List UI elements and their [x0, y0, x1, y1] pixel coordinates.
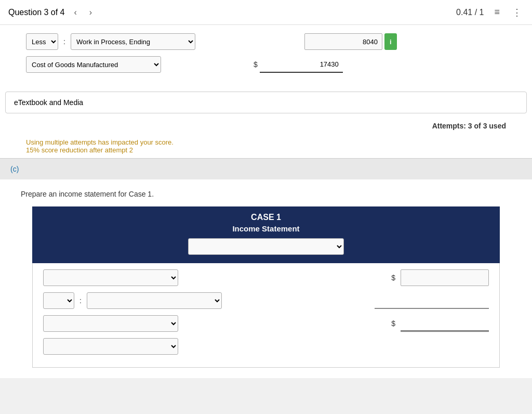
case-row-2: :	[43, 292, 489, 309]
case-header-select[interactable]	[188, 238, 344, 255]
wip-ending-select[interactable]: Work in Process, Ending	[71, 33, 195, 50]
top-bar-left: Question 3 of 4 ‹ ›	[8, 6, 95, 19]
case-row2-select-prefix[interactable]	[43, 292, 74, 309]
case-row2-select-main[interactable]	[87, 292, 222, 309]
score-label: 0.41 / 1	[456, 8, 484, 17]
section-c-body: Prepare an income statement for Case 1. …	[0, 179, 532, 378]
etextbook-section: eTextbook and Media	[5, 92, 527, 113]
less-select[interactable]: Less	[26, 33, 58, 50]
etextbook-label: eTextbook and Media	[14, 98, 83, 107]
income-statement-title: Income Statement	[41, 224, 491, 233]
cogm-value-section: $	[254, 56, 343, 73]
dollar-sign-row3: $	[391, 319, 395, 328]
case-row-3: $	[43, 315, 489, 332]
nav-prev-button[interactable]: ‹	[71, 6, 80, 19]
attempts-label: Attempts: 3 of 3 used	[432, 122, 506, 130]
prepare-text: Prepare an income statement for Case 1.	[21, 190, 511, 198]
list-icon-button[interactable]: ≡	[492, 5, 502, 20]
colon-1: :	[63, 37, 65, 46]
dollar-sign-row1: $	[391, 274, 395, 282]
case-row2-input[interactable]	[375, 292, 489, 309]
cogm-select[interactable]: Cost of Goods Manufactured	[26, 56, 161, 73]
case-header-select-row	[41, 238, 491, 255]
colon-row2: :	[79, 296, 82, 305]
warning-line1: Using multiple attempts has impacted you…	[26, 138, 506, 146]
more-icon-button[interactable]: ⋮	[510, 5, 524, 20]
case-table-wrapper: CASE 1 Income Statement $	[32, 206, 500, 368]
info-badge[interactable]: i	[384, 33, 397, 50]
section-c-header: (c)	[0, 158, 532, 179]
cogm-input[interactable]	[260, 56, 343, 73]
row-cost-of-goods: Cost of Goods Manufactured $	[26, 56, 506, 73]
case-row-1: $	[43, 269, 489, 286]
question-label: Question 3 of 4	[8, 8, 65, 17]
case-row1-input[interactable]	[401, 269, 489, 286]
wip-ending-input[interactable]	[304, 33, 382, 50]
main-content: Less : Work in Process, Ending i Cost of…	[0, 25, 532, 378]
top-bar-right: 0.41 / 1 ≡ ⋮	[456, 5, 524, 20]
dollar-sign-1: $	[254, 60, 258, 69]
case-header: CASE 1 Income Statement	[32, 206, 500, 263]
wip-ending-value-section: i	[304, 33, 397, 50]
case-row3-input[interactable]	[401, 315, 489, 332]
nav-next-button[interactable]: ›	[86, 6, 95, 19]
section-c-label: (c)	[10, 165, 19, 173]
top-bar: Question 3 of 4 ‹ › 0.41 / 1 ≡ ⋮	[0, 0, 532, 25]
case-row-4	[43, 338, 489, 355]
case-row4-select[interactable]	[43, 338, 178, 355]
case-body: $ :	[32, 263, 500, 368]
warning-text: Using multiple attempts has impacted you…	[0, 136, 532, 158]
warning-line2: 15% score reduction after attempt 2	[26, 146, 506, 154]
section-a: Less : Work in Process, Ending i Cost of…	[0, 25, 532, 87]
attempts-section: Attempts: 3 of 3 used	[0, 118, 532, 136]
case-title: CASE 1	[41, 213, 491, 222]
row-wip-ending: Less : Work in Process, Ending i	[26, 33, 506, 50]
case-row1-select[interactable]	[43, 269, 178, 286]
case-row3-select[interactable]	[43, 315, 178, 332]
